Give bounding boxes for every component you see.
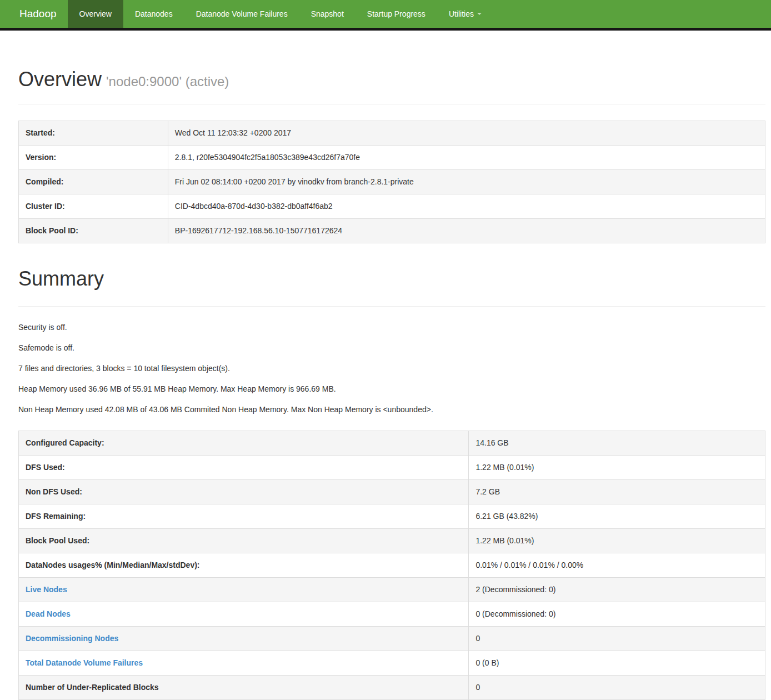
row-label: Compiled: xyxy=(19,169,168,194)
row-value: 2 (Decommissioned: 0) xyxy=(469,578,765,602)
tab-utilities-dropdown[interactable]: Utilities xyxy=(437,0,493,28)
row-value: 0 xyxy=(469,627,765,651)
row-value: 14.16 GB xyxy=(469,431,765,456)
tab-datanode-volume-failures[interactable]: Datanode Volume Failures xyxy=(184,0,299,28)
non-heap-memory-text: Non Heap Memory used 42.08 MB of 43.06 M… xyxy=(18,404,765,414)
namenode-address-subtitle: 'node0:9000' (active) xyxy=(106,74,229,89)
row-label: Total Datanode Volume Failures xyxy=(19,651,469,676)
table-row-under-replicated-blocks: Number of Under-Replicated Blocks 0 xyxy=(19,676,765,700)
page-header: Overview'node0:9000' (active) xyxy=(18,68,765,104)
summary-title: Summary xyxy=(18,268,765,307)
filesystem-objects-text: 7 files and directories, 3 blocks = 10 t… xyxy=(18,363,765,373)
dead-nodes-link[interactable]: Dead Nodes xyxy=(26,609,71,618)
table-row-datanodes-usages: DataNodes usages% (Min/Median/Max/stdDev… xyxy=(19,553,765,578)
decommissioning-nodes-link[interactable]: Decommissioning Nodes xyxy=(26,634,118,643)
row-value: 0 xyxy=(469,676,765,700)
row-value: 0.01% / 0.01% / 0.01% / 0.00% xyxy=(469,553,765,578)
row-value: 7.2 GB xyxy=(469,480,765,504)
table-row-dead-nodes: Dead Nodes 0 (Decommissioned: 0) xyxy=(19,602,765,627)
table-row-cluster-id: Cluster ID: CID-4dbcd40a-870d-4d30-b382-… xyxy=(19,194,765,218)
table-row-live-nodes: Live Nodes 2 (Decommissioned: 0) xyxy=(19,578,765,602)
row-label: Version: xyxy=(19,145,168,169)
row-value: CID-4dbcd40a-870d-4d30-b382-db0aff4f6ab2 xyxy=(168,194,765,218)
main-content: Overview'node0:9000' (active) Started: W… xyxy=(18,68,765,700)
row-label: Cluster ID: xyxy=(19,194,168,218)
table-row-block-pool-id: Block Pool ID: BP-1692617712-192.168.56.… xyxy=(19,218,765,243)
row-label: Block Pool ID: xyxy=(19,218,168,243)
top-navbar: Hadoop Overview Datanodes Datanode Volum… xyxy=(0,0,771,31)
tab-datanodes[interactable]: Datanodes xyxy=(123,0,184,28)
total-datanode-volume-failures-link[interactable]: Total Datanode Volume Failures xyxy=(26,658,143,667)
row-value: 1.22 MB (0.01%) xyxy=(469,529,765,553)
table-row-dfs-remaining: DFS Remaining: 6.21 GB (43.82%) xyxy=(19,504,765,529)
row-label: Configured Capacity: xyxy=(19,431,469,456)
row-value: 0 (Decommissioned: 0) xyxy=(469,602,765,627)
row-value: 1.22 MB (0.01%) xyxy=(469,456,765,480)
tab-startup-progress[interactable]: Startup Progress xyxy=(356,0,437,28)
navbar-menu: Overview Datanodes Datanode Volume Failu… xyxy=(68,0,493,28)
row-value: Fri Jun 02 08:14:00 +0200 2017 by vinodk… xyxy=(168,169,765,194)
safemode-status-text: Safemode is off. xyxy=(18,343,765,353)
brand-hadoop[interactable]: Hadoop xyxy=(0,0,68,28)
row-label: Decommissioning Nodes xyxy=(19,627,469,651)
table-row-block-pool-used: Block Pool Used: 1.22 MB (0.01%) xyxy=(19,529,765,553)
table-row-volume-failures: Total Datanode Volume Failures 0 (0 B) xyxy=(19,651,765,676)
security-status-text: Security is off. xyxy=(18,322,765,332)
tab-utilities-label: Utilities xyxy=(449,9,474,18)
row-label: Started: xyxy=(19,121,168,145)
row-label: Dead Nodes xyxy=(19,602,469,627)
row-label: DFS Remaining: xyxy=(19,504,469,529)
heap-memory-text: Heap Memory used 36.96 MB of 55.91 MB He… xyxy=(18,384,765,394)
summary-table: Configured Capacity: 14.16 GB DFS Used: … xyxy=(18,431,765,700)
table-row-started: Started: Wed Oct 11 12:03:32 +0200 2017 xyxy=(19,121,765,145)
row-value: BP-1692617712-192.168.56.10-150771617262… xyxy=(168,218,765,243)
row-label: DFS Used: xyxy=(19,456,469,480)
row-label: Live Nodes xyxy=(19,578,469,602)
table-row-non-dfs-used: Non DFS Used: 7.2 GB xyxy=(19,480,765,504)
row-value: Wed Oct 11 12:03:32 +0200 2017 xyxy=(168,121,765,145)
table-row-version: Version: 2.8.1, r20fe5304904fc2f5a18053c… xyxy=(19,145,765,169)
row-label: Number of Under-Replicated Blocks xyxy=(19,676,469,700)
row-label: DataNodes usages% (Min/Median/Max/stdDev… xyxy=(19,553,469,578)
row-label: Block Pool Used: xyxy=(19,529,469,553)
table-row-dfs-used: DFS Used: 1.22 MB (0.01%) xyxy=(19,456,765,480)
chevron-down-icon xyxy=(477,13,482,15)
row-value: 2.8.1, r20fe5304904fc2f5a18053c389e43cd2… xyxy=(168,145,765,169)
page-title: Overview xyxy=(18,68,102,91)
table-row-configured-capacity: Configured Capacity: 14.16 GB xyxy=(19,431,765,456)
namenode-info-table: Started: Wed Oct 11 12:03:32 +0200 2017 … xyxy=(18,121,765,243)
tab-snapshot[interactable]: Snapshot xyxy=(299,0,356,28)
table-row-decommissioning-nodes: Decommissioning Nodes 0 xyxy=(19,627,765,651)
row-label: Non DFS Used: xyxy=(19,480,469,504)
row-value: 0 (0 B) xyxy=(469,651,765,676)
row-value: 6.21 GB (43.82%) xyxy=(469,504,765,529)
tab-overview[interactable]: Overview xyxy=(68,0,123,28)
table-row-compiled: Compiled: Fri Jun 02 08:14:00 +0200 2017… xyxy=(19,169,765,194)
summary-paragraphs: Security is off. Safemode is off. 7 file… xyxy=(18,322,765,414)
live-nodes-link[interactable]: Live Nodes xyxy=(26,585,67,594)
